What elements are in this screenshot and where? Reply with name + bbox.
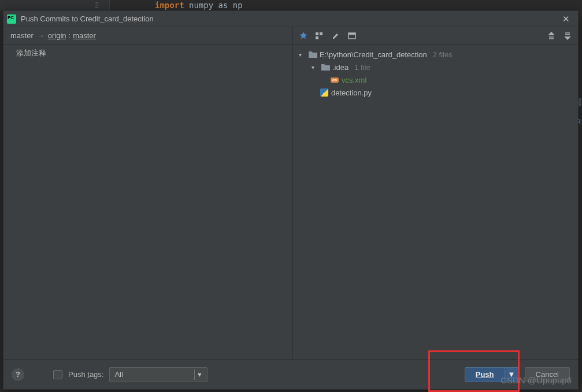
tree-idea-row[interactable]: ▾ .idea 1 file (295, 61, 576, 73)
svg-rect-0 (316, 32, 318, 35)
code-keyword: import (155, 1, 184, 10)
tree-root-row[interactable]: ▾ E:\python\Credit_card_detection 2 file… (295, 48, 576, 61)
chevron-down-icon[interactable]: ▾ (299, 51, 306, 58)
tree-vcs-row[interactable]: <> vcs.xml (295, 73, 576, 86)
remote-link[interactable]: origin (48, 31, 66, 40)
pycharm-icon (7, 14, 16, 24)
collapse-all-icon[interactable] (562, 30, 573, 42)
file-tree[interactable]: ▾ E:\python\Credit_card_detection 2 file… (293, 45, 578, 359)
chevron-down-icon[interactable]: ▾ (312, 64, 318, 71)
arrow-icon: → (37, 31, 45, 40)
push-button-label[interactable]: Push (465, 368, 505, 382)
local-branch[interactable]: master (10, 31, 34, 40)
commit-message[interactable]: 添加注释 (3, 45, 292, 62)
help-button[interactable]: ? (12, 368, 24, 381)
files-toolbar (293, 27, 578, 45)
code-identifier: numpy as np (184, 1, 243, 10)
cancel-button[interactable]: Cancel (525, 367, 570, 382)
dialog-footer: ? Push tags: All ▾ Push ▼ Cancel (3, 359, 578, 389)
files-pane: ▾ E:\python\Credit_card_detection 2 file… (292, 27, 578, 359)
tree-idea-name: .idea (332, 63, 349, 72)
tree-idea-count: 1 file (354, 63, 370, 72)
editor-code-line: import numpy as np (110, 1, 243, 10)
folder-icon (321, 62, 330, 72)
push-tags-select-value: All (114, 370, 123, 379)
group-by-icon[interactable] (314, 30, 325, 42)
tree-root-count: 2 files (433, 50, 453, 59)
tree-vcs-file: vcs.xml (342, 76, 366, 84)
svg-rect-2 (316, 36, 318, 39)
push-dialog: Push Commits to Credit_card_detection ✕ … (3, 10, 579, 390)
branch-bar: master → origin : master (3, 27, 292, 45)
tree-py-row[interactable]: detection.py (295, 86, 576, 99)
dialog-titlebar[interactable]: Push Commits to Credit_card_detection ✕ (3, 11, 578, 27)
pin-icon[interactable] (298, 30, 309, 42)
branch-colon: : (69, 31, 71, 40)
push-tags-label: Push tags: (68, 370, 103, 379)
xml-file-icon: <> (330, 75, 339, 84)
svg-rect-4 (349, 33, 355, 35)
remote-branch-link[interactable]: master (73, 31, 96, 40)
dialog-title: Push Commits to Credit_card_detection (21, 14, 559, 23)
push-dropdown-button[interactable]: ▼ (505, 368, 518, 382)
push-tags-select[interactable]: All ▾ (109, 367, 207, 382)
panel-icon[interactable] (346, 30, 358, 42)
push-tags-checkbox[interactable] (53, 370, 62, 379)
python-file-icon (320, 88, 329, 97)
editor-background: 2 import numpy as np (0, 0, 582, 10)
folder-icon (308, 50, 317, 59)
editor-line-number: 2 (0, 0, 110, 10)
tree-py-file: detection.py (331, 88, 372, 97)
tree-root-path: E:\python\Credit_card_detection (320, 50, 427, 59)
chevron-down-icon[interactable]: ▾ (194, 369, 205, 380)
expand-all-icon[interactable] (546, 30, 557, 42)
close-button[interactable]: ✕ (559, 14, 573, 24)
dialog-body: master → origin : master 添加注释 (3, 27, 578, 359)
edit-icon[interactable] (330, 30, 342, 42)
commits-pane: master → origin : master 添加注释 (3, 27, 292, 359)
push-button[interactable]: Push ▼ (465, 367, 519, 382)
svg-rect-1 (320, 32, 322, 35)
